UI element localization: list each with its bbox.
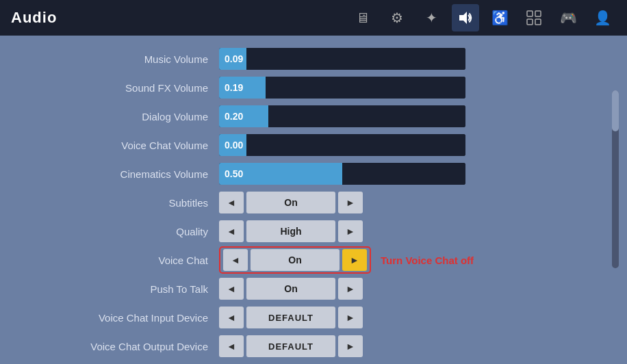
voicechat-volume-row: Voice Chat Volume 0.00 <box>41 133 586 157</box>
push-to-talk-row: Push To Talk ◄ On ► <box>41 276 586 301</box>
quality-value: High <box>246 220 335 242</box>
dialog-volume-label: Dialog Volume <box>41 111 219 122</box>
monitor-icon[interactable]: 🖥 <box>349 4 376 31</box>
subtitles-left-btn[interactable]: ◄ <box>219 192 244 213</box>
quality-label: Quality <box>41 226 219 237</box>
subtitles-right-btn[interactable]: ► <box>338 192 363 213</box>
subtitles-label: Subtitles <box>41 197 219 209</box>
quality-left-btn[interactable]: ◄ <box>219 220 244 242</box>
voicechat-volume-label: Voice Chat Volume <box>41 140 219 151</box>
voice-chat-row: Voice Chat ◄ On ► Turn Voice Chat off <box>41 248 586 272</box>
gear-icon[interactable]: ⚙ <box>383 4 411 31</box>
quality-option: ◄ High ► <box>219 220 363 242</box>
voice-input-option: ◄ DEFAULT ► <box>219 307 363 328</box>
cinematics-volume-track <box>342 163 465 185</box>
voice-chat-value: On <box>251 249 340 271</box>
quality-row: Quality ◄ High ► <box>41 219 586 244</box>
cinematics-volume-slider[interactable]: 0.50 <box>219 163 465 185</box>
dialog-volume-value: 0.20 <box>219 105 268 127</box>
cinematics-volume-label: Cinematics Volume <box>41 168 219 180</box>
user-icon[interactable]: 👤 <box>589 4 616 31</box>
voice-input-label: Voice Chat Input Device <box>41 312 219 324</box>
voice-input-value: DEFAULT <box>246 307 335 328</box>
page-title: Audio <box>11 9 57 27</box>
soundfx-volume-slider[interactable]: 0.19 <box>219 77 465 99</box>
cinematics-volume-row: Cinematics Volume 0.50 <box>41 161 586 186</box>
voice-chat-highlight: ◄ On ► <box>219 246 371 274</box>
audio-icon[interactable] <box>452 4 479 31</box>
voicechat-volume-value: 0.00 <box>219 134 246 156</box>
push-to-talk-left-btn[interactable]: ◄ <box>219 278 244 300</box>
voice-input-left-btn[interactable]: ◄ <box>219 307 244 328</box>
voice-chat-right-btn[interactable]: ► <box>342 249 367 271</box>
voice-chat-annotation: Turn Voice Chat off <box>381 255 474 266</box>
scrollbar-thumb[interactable] <box>612 90 619 131</box>
svg-rect-2 <box>535 11 541 16</box>
voicechat-volume-slider[interactable]: 0.00 <box>219 134 465 156</box>
svg-rect-4 <box>535 19 541 25</box>
top-bar: Audio 🖥 ⚙ ✦ ♿ 🎮 👤 <box>0 0 627 36</box>
dialog-volume-row: Dialog Volume 0.20 <box>41 104 586 129</box>
scrollbar[interactable] <box>612 90 619 268</box>
voice-chat-label: Voice Chat <box>41 255 219 266</box>
push-to-talk-value: On <box>246 278 335 300</box>
main-content: Music Volume 0.09 Sound FX Volume 0.19 D… <box>0 36 627 364</box>
voice-output-option: ◄ DEFAULT ► <box>219 335 363 357</box>
svg-marker-0 <box>459 12 467 24</box>
network-icon[interactable] <box>520 4 548 31</box>
svg-rect-1 <box>527 11 533 16</box>
soundfx-volume-label: Sound FX Volume <box>41 82 219 94</box>
voice-chat-left-btn[interactable]: ◄ <box>223 249 248 271</box>
push-to-talk-option: ◄ On ► <box>219 278 363 300</box>
accessibility-icon[interactable]: ♿ <box>486 4 513 31</box>
music-volume-track <box>246 48 465 70</box>
voicechat-volume-track <box>246 134 465 156</box>
music-volume-row: Music Volume 0.09 <box>41 47 586 71</box>
voice-output-label: Voice Chat Output Device <box>41 341 219 352</box>
quality-right-btn[interactable]: ► <box>338 220 363 242</box>
dialog-volume-slider[interactable]: 0.20 <box>219 105 465 127</box>
soundfx-volume-value: 0.19 <box>219 77 266 99</box>
voice-output-left-btn[interactable]: ◄ <box>219 335 244 357</box>
nav-icons: 🖥 ⚙ ✦ ♿ 🎮 👤 <box>349 4 616 31</box>
music-volume-slider[interactable]: 0.09 <box>219 48 465 70</box>
subtitles-row: Subtitles ◄ On ► <box>41 190 586 215</box>
subtitles-option: ◄ On ► <box>219 192 363 213</box>
subtitles-value: On <box>246 192 335 213</box>
music-volume-value: 0.09 <box>219 48 246 70</box>
voice-input-right-btn[interactable]: ► <box>338 307 363 328</box>
gamepad-icon[interactable]: 🎮 <box>554 4 582 31</box>
music-volume-label: Music Volume <box>41 53 219 65</box>
push-to-talk-label: Push To Talk <box>41 283 219 295</box>
soundfx-volume-row: Sound FX Volume 0.19 <box>41 75 586 100</box>
voice-output-value: DEFAULT <box>246 335 335 357</box>
cinematics-volume-value: 0.50 <box>219 163 342 185</box>
dialog-volume-track <box>268 105 465 127</box>
svg-rect-3 <box>527 19 533 25</box>
voice-output-row: Voice Chat Output Device ◄ DEFAULT ► <box>41 334 586 359</box>
voice-input-row: Voice Chat Input Device ◄ DEFAULT ► <box>41 305 586 330</box>
push-to-talk-right-btn[interactable]: ► <box>338 278 363 300</box>
voice-output-right-btn[interactable]: ► <box>338 335 363 357</box>
brightness-icon[interactable]: ✦ <box>418 4 445 31</box>
soundfx-volume-track <box>266 77 465 99</box>
